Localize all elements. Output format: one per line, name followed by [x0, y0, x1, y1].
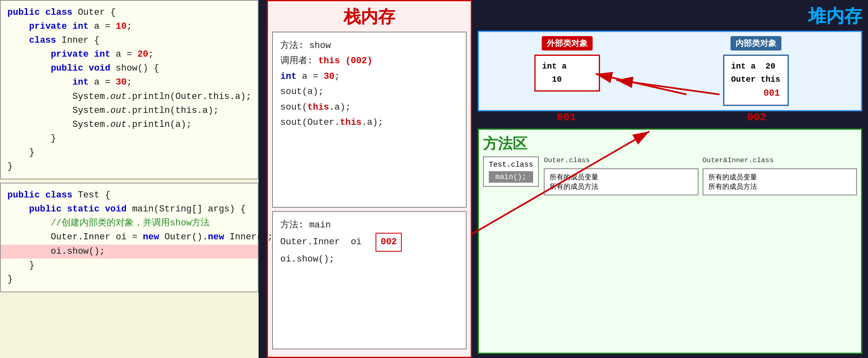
frame-show-call: oi.show(); — [280, 252, 458, 267]
code-line: } — [7, 259, 251, 273]
code-line-highlight: oi.show(); — [7, 245, 251, 259]
outer-inner-class-name: Outer&Inner.class — [703, 156, 857, 164]
outer-obj-field-val: 10 — [542, 73, 592, 86]
class-cols: Outer.class Outer&Inner.class 所有的成员变量 所有… — [544, 156, 857, 195]
code-line: } — [7, 146, 251, 160]
frame-int-a: int a = 30; — [280, 69, 458, 84]
heap-objects-area: 外部类对象 int a 10 内部类对象 int a 20 Outer this… — [478, 31, 862, 111]
inner-obj-field-a: int a 20 — [731, 60, 781, 73]
show-frame: 方法: show 调用者: this (002) int a = 30; sou… — [272, 32, 467, 208]
outer-obj-field-int: int a — [542, 60, 592, 73]
code-line: Outer.Inner oi = new Outer().new Inner()… — [7, 230, 251, 244]
code-line: private int a = 10; — [7, 20, 251, 34]
inner-obj-field-outer: Outer this — [731, 73, 781, 86]
main-frame: 方法: main Outer.Inner oi 002 oi.show(); — [272, 211, 467, 349]
outer-class-code: public class Outer { private int a = 10;… — [0, 0, 259, 179]
code-panel: public class Outer { private int a = 10;… — [0, 0, 259, 358]
frame-oi-line: Outer.Inner oi 002 — [280, 233, 458, 251]
code-line: } — [7, 132, 251, 146]
method-area-title: 方法区 — [483, 134, 857, 154]
test-class-code: public class Test { public static void m… — [0, 183, 259, 292]
code-line: System.out.println(Outer.this.a); — [7, 90, 251, 104]
code-line: public void show() { — [7, 62, 251, 76]
outer-fields-text: 所有的成员变量 — [550, 172, 692, 182]
code-line: } — [7, 273, 251, 287]
code-line: class Inner { — [7, 34, 251, 48]
inner-fields-text: 所有的成员变量 — [708, 172, 851, 182]
stack-title: 栈内存 — [272, 5, 467, 28]
frame-sout2: sout(this.a); — [280, 100, 458, 115]
frame-sout3: sout(Outer.this.a); — [280, 115, 458, 130]
code-line: public class Outer { — [7, 6, 251, 20]
frame-method-show: 方法: show — [280, 38, 458, 53]
class-boxes-row: 所有的成员变量 所有的成员方法 所有的成员变量 所有的成员方法 — [544, 168, 857, 195]
outer-obj-label: 外部类对象 — [542, 36, 593, 50]
heap-panel: 堆内存 外部类对象 int a 10 内部类对象 int a 20 Outer … — [472, 0, 868, 358]
frame-method-main: 方法: main — [280, 218, 458, 233]
code-line: private int a = 20; — [7, 48, 251, 62]
code-line: //创建内部类的对象，并调用show方法 — [7, 216, 251, 230]
outer-class-name: Outer.class — [544, 156, 698, 164]
inner-obj-box: int a 20 Outer this 001 — [723, 55, 789, 106]
outer-class-box: 所有的成员变量 所有的成员方法 — [544, 168, 698, 195]
frame-sout1: sout(a); — [280, 84, 458, 99]
heap-title: 堆内存 — [478, 4, 862, 28]
addr-002: 002 — [655, 111, 858, 124]
code-line: public class Test { — [7, 188, 251, 202]
outer-methods-text: 所有的成员方法 — [550, 182, 692, 191]
method-classes-row: Test.class main(); Outer.class Outer&Inn… — [483, 156, 857, 195]
inner-methods-text: 所有的成员方法 — [708, 182, 851, 191]
code-line: public static void main(String[] args) { — [7, 202, 251, 216]
inner-obj-label: 内部类对象 — [731, 36, 781, 50]
class-names-row: Outer.class Outer&Inner.class — [544, 156, 857, 166]
test-class-name: Test.class — [489, 161, 533, 169]
test-class-box: Test.class main(); — [483, 156, 539, 187]
method-area: 方法区 Test.class main(); Outer.class Outer… — [478, 129, 862, 354]
outer-obj-box: int a 10 — [534, 55, 600, 92]
code-line: int a = 30; — [7, 76, 251, 90]
code-line: } — [7, 160, 251, 174]
inner-obj-field-addr: 001 — [731, 86, 781, 101]
addr-001: 001 — [482, 111, 651, 124]
addr-labels-row: 001 002 — [478, 111, 862, 125]
stack-panel: 栈内存 方法: show 调用者: this (002) int a = 30;… — [267, 0, 472, 358]
main-method-button: main(); — [489, 171, 533, 183]
outer-inner-class-box: 所有的成员变量 所有的成员方法 — [703, 168, 857, 195]
frame-caller: 调用者: this (002) — [280, 53, 458, 69]
code-line: System.out.println(this.a); — [7, 104, 251, 118]
code-line: System.out.println(a); — [7, 118, 251, 132]
